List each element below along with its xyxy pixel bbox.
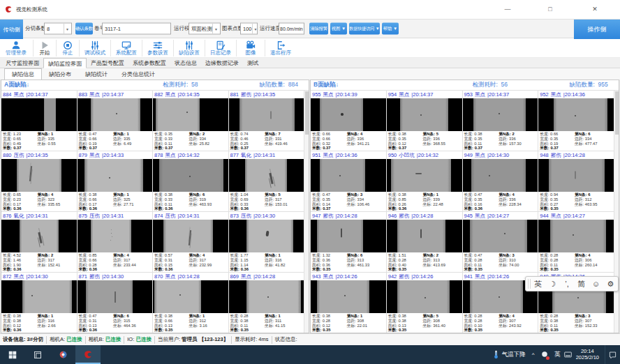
ime-gear-icon[interactable]: ⚙ [603, 280, 618, 289]
defect-card[interactable]: 949黑点|20:14:30长度: 0.47宽度: 0.35面积: 0.16米数… [463, 151, 538, 211]
weather-text[interactable]: 气温下降 [499, 351, 529, 359]
toolbar-button-停止[interactable]: 停止 [57, 38, 78, 58]
ime-punct-icon[interactable]: ’, [560, 280, 575, 288]
defect-meta: 长度: 0.38宽度: 0.28面积: 0.12米数: 0.35第N条: 1边距… [311, 313, 386, 333]
help-menu-button[interactable]: 帮助 ▼ [382, 23, 399, 35]
panel-header: A面缺陷↓检测耗时: 58缺陷数量: 884 [1, 80, 309, 91]
defect-card[interactable]: 876氧化|20:14:31长度: 4.52宽度: 1.46面积: 1.90米数… [1, 212, 77, 272]
ime-moon-icon[interactable]: ☽ [545, 280, 560, 289]
toolbar-button-缺陷设置[interactable]: 缺陷设置 [175, 38, 204, 58]
defect-card[interactable]: 950小凹坑|20:14:32长度: 0.38宽度: 0.85面积: 0.26米… [387, 151, 462, 211]
defect-card[interactable]: 880压伤|20:14:35长度: 0.65宽度: 0.23面积: 0.17米数… [1, 151, 77, 211]
ime-simp-button[interactable]: 简 [574, 279, 589, 289]
toolbar-button-系统配置[interactable]: 系统配置 [112, 38, 141, 58]
defect-card[interactable]: 953黑点|20:14:37长度: 0.38宽度: 0.35面积: 0.11米数… [463, 91, 538, 151]
defect-card[interactable]: 869黑点|20:14:28长度: 0.28宽度: 0.38面积: 0.11米数… [229, 273, 304, 333]
clear-alarm-button[interactable]: 清除报警 [309, 23, 328, 35]
chart-points-select[interactable]: 100▼ [240, 23, 258, 35]
view-menu-button[interactable]: 视图 ▼ [330, 23, 347, 35]
material-band [317, 220, 364, 252]
defect-card[interactable]: 952黑点|20:14:36长度: 0.66宽度: 0.35面积: 0.19米数… [538, 91, 614, 151]
toolbar-button-调试模式[interactable]: 调试模式 [80, 38, 110, 58]
defect-card[interactable]: 883黑点|20:14:37长度: 0.47宽度: 0.66面积: 0.19米数… [78, 91, 153, 151]
main-tab-bar: 尺寸监控界面缺陷监控界面产品型号配置系统参数配置状态信息边缘数据记录测试 [0, 58, 620, 68]
tray-expand-icon[interactable]: ^ [532, 351, 535, 358]
defect-mark [341, 113, 344, 116]
defect-card[interactable]: 872黑点|20:14:30长度: 0.38宽度: 0.38面积: 0.12米数… [1, 273, 77, 333]
scrollbar-thumb[interactable] [305, 91, 309, 135]
defect-card[interactable]: 948擦伤|20:14:28长度: 0.94宽度: 0.35面积: 0.27米数… [538, 151, 614, 211]
ime-indicator[interactable]: 英 [554, 350, 561, 359]
minimize-button[interactable]: — [494, 0, 522, 19]
notification-icon[interactable] [605, 345, 620, 364]
defect-card[interactable]: 871擦伤|20:14:30长度: 0.47宽度: 0.31面积: 0.13米数… [78, 273, 153, 333]
drive-side-button[interactable]: 传动侧 [0, 20, 23, 39]
tray-app-icon[interactable] [541, 351, 548, 359]
start-button[interactable] [0, 345, 25, 364]
confirm-count-button[interactable]: 确认条数 [75, 23, 93, 35]
defect-card[interactable]: 881擦伤|20:14:35长度: 0.74宽度: 0.46面积: 0.25米数… [229, 91, 304, 151]
tab-产品型号配置[interactable]: 产品型号配置 [87, 58, 128, 68]
clock[interactable]: 20:14 2025/2/10 [576, 349, 599, 361]
defect-card-header: 872黑点|20:14:30 [1, 273, 77, 280]
defect-card[interactable]: 877氧化|20:14:31长度: 1.04宽度: 0.69面积: 0.33米数… [229, 151, 304, 211]
defect-card[interactable]: 955黑点|20:14:39长度: 0.66宽度: 0.66面积: 0.32米数… [311, 91, 386, 151]
subtab-分类信息统计[interactable]: 分类信息统计 [115, 69, 162, 79]
pinned-app-icon[interactable] [50, 345, 75, 364]
defect-card-header: 874压伤|20:14:31 [153, 212, 228, 220]
tab-尺寸监控界面[interactable]: 尺寸监控界面 [1, 58, 43, 68]
camera-b-status: 相机B: 已连接 [86, 336, 124, 343]
ime-lang-button[interactable]: 英 [531, 279, 545, 289]
toolbar-button-退出程序[interactable]: 退出程序 [266, 38, 295, 58]
scrollbar-thumb[interactable] [615, 91, 619, 135]
defect-meta: 长度: 1.77宽度: 1.15面积: 1.14米数: 0.36第N条: 1边距… [229, 252, 304, 272]
run-mode-select[interactable]: 双面检测▼ [189, 23, 221, 35]
defect-card[interactable]: 879黑点|20:14:33长度: 0.38宽度: 0.66面积: 0.17米数… [78, 151, 153, 211]
toolbar-button-开始[interactable]: 开始 [34, 38, 55, 58]
tab-测试[interactable]: 测试 [243, 58, 263, 68]
defect-card[interactable]: 954黑点|20:14:37长度: 0.38宽度: 0.35面积: 0.12米数… [387, 91, 462, 151]
defect-card[interactable]: 943黑点|20:14:26长度: 0.38宽度: 0.28面积: 0.12米数… [311, 273, 386, 333]
close-button[interactable]: ✕ [581, 0, 609, 19]
material-band [397, 280, 450, 313]
defect-card[interactable]: 945黑点|20:14:27长度: 0.47宽度: 0.28面积: 0.11米数… [463, 212, 538, 272]
defect-image [78, 98, 153, 131]
defect-card[interactable]: 882黑点|20:14:35长度: 0.35宽度: 0.33面积: 0.11米数… [153, 91, 228, 151]
keyboard-icon[interactable] [564, 351, 572, 358]
data-access-menu-button[interactable]: 数据快捷访问 ▼ [349, 23, 380, 35]
tab-系统参数配置[interactable]: 系统参数配置 [128, 58, 170, 68]
defect-card[interactable]: 870黑点|20:14:28长度: 0.38宽度: 0.66面积: 0.13米数… [153, 273, 228, 333]
tab-边缘数据记录[interactable]: 边缘数据记录 [201, 58, 243, 68]
defect-card[interactable]: 946擦伤|20:14:28长度: 1.51宽度: 0.28面积: 0.40米数… [387, 212, 462, 272]
defect-card[interactable]: 947擦伤|20:14:28长度: 1.32宽度: 0.36面积: 0.36米数… [311, 212, 386, 272]
subtab-缺陷统计[interactable]: 缺陷统计 [78, 69, 115, 79]
ime-smiley-icon[interactable]: ☺ [589, 280, 603, 288]
active-app-icon[interactable] [75, 345, 101, 364]
toolbar-button-参数设置[interactable]: 参数设置 [143, 38, 172, 58]
defect-card[interactable]: 874压伤|20:14:31长度: 0.57宽度: 0.31面积: 0.15米数… [153, 212, 228, 272]
maximize-button[interactable]: □ [536, 0, 564, 19]
toolbar-button-日志记录[interactable]: 日志记录 [206, 38, 235, 58]
defect-card[interactable]: 875压伤|20:14:31长度: 0.85宽度: 0.66面积: 0.28米数… [78, 212, 153, 272]
defect-card[interactable]: 884黑点|20:14:37长度: 1.23宽度: 0.65面积: 0.49米数… [1, 91, 77, 151]
toolbar-button-label: 管理登录 [6, 50, 27, 56]
tab-缺陷监控界面[interactable]: 缺陷监控界面 [43, 58, 87, 68]
subtab-缺陷信息[interactable]: 缺陷信息 [4, 68, 42, 79]
defect-card[interactable]: 878黑点|20:14:32长度: 0.38宽度: 0.33面积: 0.11米数… [153, 151, 228, 211]
operator-side-button[interactable]: 操作侧 [574, 20, 620, 39]
panel-scrollbar[interactable] [614, 91, 619, 333]
toolbar-button-管理登录[interactable]: 管理登录 [0, 38, 32, 58]
subtab-缺陷分布[interactable]: 缺陷分布 [42, 69, 78, 79]
defect-card[interactable]: 942擦伤|20:14:26长度: 0.38宽度: 0.38面积: 0.13米数… [387, 273, 462, 333]
defect-card-header: 878黑点|20:14:32 [153, 151, 228, 159]
defect-card[interactable]: 944黑点|20:14:27长度: 0.28宽度: 0.28面积: 0.11米数… [538, 212, 614, 272]
roll-input[interactable]: 3117-1 [102, 23, 171, 35]
defect-card[interactable]: 873压伤|20:14:30长度: 1.77宽度: 1.15面积: 1.14米数… [229, 212, 304, 272]
toolbar-separator [33, 40, 34, 56]
strip-count-select[interactable]: 8▼ [44, 23, 72, 35]
panel-scrollbar[interactable] [304, 91, 309, 333]
task-view-button[interactable] [25, 345, 50, 364]
defect-card[interactable]: 951黑点|20:14:36长度: 0.47宽度: 0.35面积: 0.14米数… [311, 151, 386, 211]
tab-状态信息[interactable]: 状态信息 [170, 58, 201, 68]
toolbar-button-图像[interactable]: 图像 [237, 38, 264, 58]
